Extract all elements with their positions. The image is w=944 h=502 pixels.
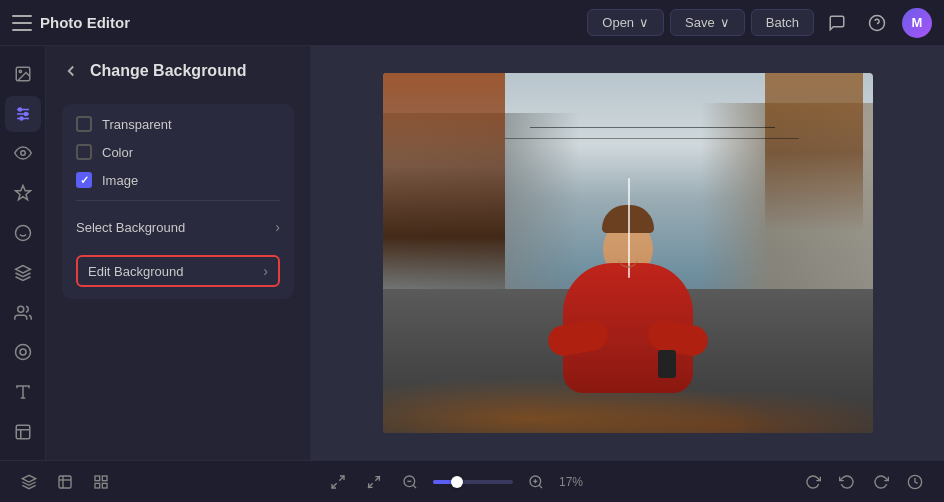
- history-icon[interactable]: [902, 469, 928, 495]
- topbar: Photo Editor Open ∨ Save ∨ Batch M: [0, 0, 944, 46]
- sidebar-icon-image[interactable]: [5, 56, 41, 92]
- topbar-left: Photo Editor: [12, 14, 579, 31]
- layers-bottom-icon[interactable]: [16, 469, 42, 495]
- slider-fill: [433, 480, 453, 484]
- expand-icon[interactable]: [325, 469, 351, 495]
- app-title: Photo Editor: [40, 14, 130, 31]
- svg-point-12: [15, 226, 30, 241]
- sidebar-icon-eye[interactable]: [5, 136, 41, 172]
- open-button[interactable]: Open ∨: [587, 9, 664, 36]
- svg-marker-24: [22, 475, 35, 482]
- image-checkbox[interactable]: [76, 172, 92, 188]
- sidebar-icon-people[interactable]: [5, 295, 41, 331]
- svg-point-9: [20, 117, 23, 120]
- svg-marker-11: [15, 186, 30, 200]
- svg-rect-29: [102, 476, 107, 481]
- topbar-right: M: [822, 8, 932, 38]
- open-dropdown-icon: ∨: [639, 15, 649, 30]
- sidebar-icon-sliders[interactable]: [5, 96, 41, 132]
- zoom-percent: 17%: [559, 475, 589, 489]
- select-background-row[interactable]: Select Background ›: [76, 213, 280, 241]
- help-icon: [868, 14, 886, 32]
- zoom-out-icon[interactable]: [397, 469, 423, 495]
- select-background-label: Select Background: [76, 220, 185, 235]
- rotate-icon[interactable]: [800, 469, 826, 495]
- menu-icon[interactable]: [12, 15, 32, 31]
- icon-sidebar: [0, 46, 46, 460]
- svg-line-33: [332, 483, 337, 488]
- bottom-center: 17%: [124, 469, 790, 495]
- color-label: Color: [102, 145, 133, 160]
- svg-line-40: [539, 485, 542, 488]
- svg-line-32: [339, 476, 344, 481]
- main-content: Change Background Transparent Color Imag…: [0, 46, 944, 460]
- sidebar-icon-effects[interactable]: [5, 335, 41, 371]
- image-label: Image: [102, 173, 138, 188]
- fit-icon[interactable]: [361, 469, 387, 495]
- transparent-checkbox[interactable]: [76, 116, 92, 132]
- svg-point-10: [20, 151, 25, 156]
- bottom-bar: 17%: [0, 460, 944, 502]
- svg-point-8: [24, 112, 27, 115]
- svg-point-16: [17, 306, 23, 312]
- sidebar-icon-text[interactable]: [5, 374, 41, 410]
- svg-line-37: [413, 485, 416, 488]
- divider: [76, 200, 280, 201]
- svg-rect-30: [95, 483, 100, 488]
- slider-track[interactable]: [433, 480, 513, 484]
- color-checkbox[interactable]: [76, 144, 92, 160]
- sidebar-icon-magic[interactable]: [5, 175, 41, 211]
- redo-icon[interactable]: [868, 469, 894, 495]
- back-button[interactable]: [62, 62, 80, 80]
- batch-button[interactable]: Batch: [751, 9, 814, 36]
- change-background-panel: Change Background Transparent Color Imag…: [46, 46, 311, 460]
- sidebar-icon-layers[interactable]: [5, 255, 41, 291]
- transparent-label: Transparent: [102, 117, 172, 132]
- options-card: Transparent Color Image Select Backgroun…: [62, 104, 294, 299]
- svg-rect-21: [16, 425, 30, 439]
- chat-icon: [828, 14, 846, 32]
- svg-rect-28: [95, 476, 100, 481]
- zoom-in-icon[interactable]: [523, 469, 549, 495]
- sidebar-icon-template[interactable]: [5, 414, 41, 450]
- panel-content: Transparent Color Image Select Backgroun…: [46, 92, 310, 311]
- panel-title: Change Background: [90, 62, 246, 80]
- option-transparent[interactable]: Transparent: [76, 116, 280, 132]
- topbar-center: Open ∨ Save ∨ Batch: [587, 9, 814, 36]
- sidebar-icon-face[interactable]: [5, 215, 41, 251]
- avatar[interactable]: M: [902, 8, 932, 38]
- panel-header: Change Background: [46, 46, 310, 92]
- edit-background-arrow: ›: [263, 263, 268, 279]
- grid-bottom-icon[interactable]: [88, 469, 114, 495]
- svg-point-17: [15, 345, 30, 360]
- help-icon-button[interactable]: [862, 8, 892, 38]
- slider-thumb[interactable]: [451, 476, 463, 488]
- svg-point-18: [20, 349, 26, 355]
- svg-point-7: [18, 108, 21, 111]
- crop-bottom-icon[interactable]: [52, 469, 78, 495]
- svg-point-3: [19, 70, 21, 72]
- bottom-right: [800, 469, 928, 495]
- select-background-arrow: ›: [275, 219, 280, 235]
- canvas-image: [383, 73, 873, 433]
- option-color[interactable]: Color: [76, 144, 280, 160]
- edit-background-label: Edit Background: [88, 264, 183, 279]
- edit-background-row[interactable]: Edit Background ›: [76, 255, 280, 287]
- bottom-left: [16, 469, 114, 495]
- option-image[interactable]: Image: [76, 172, 280, 188]
- undo-icon[interactable]: [834, 469, 860, 495]
- svg-rect-25: [59, 476, 71, 488]
- image-container: [383, 73, 873, 433]
- svg-rect-31: [102, 483, 107, 488]
- chat-icon-button[interactable]: [822, 8, 852, 38]
- zoom-slider[interactable]: [433, 480, 513, 484]
- svg-marker-15: [15, 265, 30, 273]
- save-dropdown-icon: ∨: [720, 15, 730, 30]
- save-button[interactable]: Save ∨: [670, 9, 745, 36]
- canvas-area: [311, 46, 944, 460]
